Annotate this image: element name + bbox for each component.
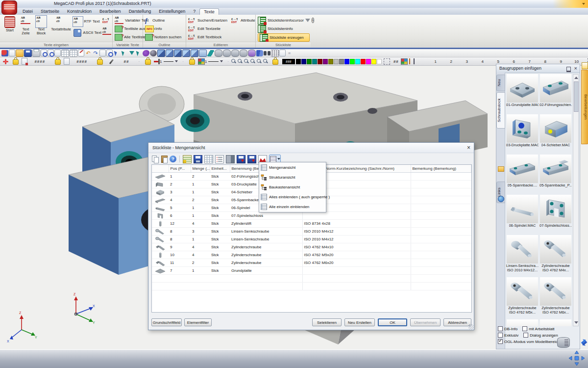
menu-einstellungen[interactable]: Einstellungen <box>155 8 189 15</box>
tab-bearbeitungen[interactable]: Bearbeitungen <box>581 70 588 144</box>
text-zeile-button[interactable]: Text Zeile <box>19 16 33 36</box>
solid2-icon[interactable] <box>166 50 173 57</box>
chevron-down-icon[interactable] <box>220 60 223 62</box>
group-value[interactable]: #### <box>76 59 87 64</box>
save-as-icon[interactable] <box>237 155 245 163</box>
info-one-icon[interactable] <box>312 18 314 23</box>
zoom-prev-icon[interactable] <box>257 59 262 64</box>
color-lock-icon[interactable] <box>272 59 278 65</box>
active-color-box[interactable]: ### <box>282 59 295 64</box>
layer-number[interactable]: 1 <box>428 59 443 64</box>
outline-button[interactable]: Outline <box>145 17 185 24</box>
pen-value[interactable]: ## <box>123 59 129 64</box>
checkbox-db-info[interactable]: DB-Info <box>498 326 517 331</box>
edit-textzeile-button[interactable]: Edit Textzeile <box>188 25 254 32</box>
redline-icon[interactable] <box>78 50 84 56</box>
swap-arrows-icon[interactable] <box>580 338 588 347</box>
solid5-icon[interactable] <box>191 50 198 57</box>
library-icon[interactable] <box>256 50 263 56</box>
list-icon[interactable] <box>215 155 224 163</box>
grundschriftfeld-button[interactable]: Grundschriftfeld <box>151 318 182 326</box>
macro-item[interactable]: 01-Grundplatte.MAC <box>506 74 539 114</box>
bars-icon[interactable] <box>409 58 415 64</box>
database3-icon[interactable] <box>231 50 239 57</box>
model-db-icon[interactable] <box>557 337 570 348</box>
stuecklisteninfocursor-button[interactable]: Stücklisteninfocursor <box>258 17 310 24</box>
col-icon[interactable] <box>152 165 169 173</box>
menu-item-baukastenansicht[interactable]: Baukastenansicht <box>259 182 326 192</box>
filter-icon[interactable] <box>305 19 310 22</box>
macro-item[interactable]: 05-Spannbacke_P... <box>539 155 572 195</box>
toolbar-overflow-icon[interactable]: = <box>288 51 291 55</box>
globe-icon[interactable] <box>498 196 504 202</box>
linewidth-value[interactable]: 1 <box>160 59 162 64</box>
menu-darstellung[interactable]: Darstellung <box>125 8 155 15</box>
preview-icon[interactable] <box>41 50 47 56</box>
sheet2-icon[interactable] <box>70 50 77 57</box>
color-swatch[interactable] <box>366 59 371 64</box>
menu-konstruktion[interactable]: Konstruktion <box>63 8 96 15</box>
group-lock-icon[interactable] <box>55 59 61 65</box>
edit-textblock-button[interactable]: Edit Textblock <box>188 33 254 41</box>
notes-doc-icon[interactable] <box>279 50 286 56</box>
render-icon[interactable] <box>143 50 149 56</box>
redo-icon[interactable]: ↷ <box>92 50 99 56</box>
chevron-down-icon[interactable] <box>175 60 178 62</box>
bearbeitungen-tab-icon[interactable] <box>582 62 588 69</box>
linetype-preview[interactable] <box>208 61 219 62</box>
database5-icon[interactable] <box>248 50 256 57</box>
start-button[interactable]: Start <box>2 16 18 36</box>
menu-item-alles-einblenden[interactable]: Alles einblenden ( auch gesperrte ) <box>259 192 326 202</box>
pick-icon[interactable] <box>135 50 142 56</box>
col-einheit[interactable]: Einheit... <box>210 165 230 173</box>
table-row[interactable]: 81Stck Linsen-SenkschraubeISO 2010 M4x12 <box>152 236 471 243</box>
tab-neu[interactable]: Neu <box>496 75 505 91</box>
open-file-icon[interactable] <box>16 50 24 57</box>
pen-icon[interactable] <box>109 59 114 64</box>
layer-number[interactable]: 2 <box>443 59 459 64</box>
info-button[interactable]: Info <box>145 25 185 32</box>
table-row[interactable]: 83Stck Linsen-SenkschraubeISO 2010 M4x12 <box>152 228 471 236</box>
menu-datei[interactable]: Datei <box>19 8 37 15</box>
scroll-down-icon[interactable] <box>574 321 578 324</box>
layer-number[interactable]: 5 <box>490 59 506 64</box>
layer-number[interactable]: 3 <box>459 59 475 64</box>
binoculars-icon[interactable] <box>264 50 270 56</box>
color-swatch[interactable] <box>296 59 301 64</box>
panel-header[interactable]: Baugruppen einfügen × <box>496 64 580 73</box>
menu-texte-active[interactable]: Texte <box>199 8 219 15</box>
macro-item[interactable]: Linsen-Senkschra... ISO 2010 M4x12... <box>506 235 539 277</box>
database-icon[interactable] <box>215 50 222 57</box>
copy-doc-icon[interactable] <box>99 50 106 56</box>
col-pos[interactable]: Pos (P... <box>169 165 191 173</box>
close-icon[interactable]: × <box>467 143 470 153</box>
color-swatch[interactable] <box>377 59 382 64</box>
snap-icon[interactable] <box>1 50 8 56</box>
copy-icon[interactable] <box>151 156 159 163</box>
layer-value[interactable]: #### <box>34 59 45 64</box>
solid3-icon[interactable] <box>174 50 182 57</box>
zoom-in-icon[interactable] <box>231 59 237 64</box>
stueckliste-erzeugen-button[interactable]: Stückliste erzeugen <box>258 33 310 42</box>
layer-doc-icon[interactable] <box>22 58 27 65</box>
macro-item[interactable]: Zylinderschraube ISO 4762 M4x... <box>539 235 572 277</box>
zoom-out-icon[interactable] <box>238 59 243 64</box>
sheet-icon[interactable] <box>61 50 69 57</box>
doc-pair-icon[interactable] <box>54 50 61 56</box>
col-menge[interactable]: Menge (... <box>191 165 210 173</box>
table-row[interactable]: 71Stck Grundplatte <box>152 267 471 275</box>
text-export-icon[interactable] <box>102 17 110 24</box>
menu-help[interactable]: ? <box>189 8 199 15</box>
table-icon[interactable] <box>204 155 213 163</box>
table-row[interactable]: 94Stck ZylinderschraubeISO 4762 M4x10 <box>152 243 471 251</box>
layer-number[interactable]: 8 <box>538 59 553 64</box>
table-row[interactable]: 124Stck ZylinderstiftISO 8734 4x28 <box>152 220 471 228</box>
checkbox-exklusiv[interactable]: Exklusiv <box>498 333 518 338</box>
solid4-icon[interactable] <box>182 50 190 57</box>
zoom-fit-icon[interactable] <box>250 59 256 64</box>
select-cursor-icon[interactable] <box>113 50 120 56</box>
macro-item[interactable]: 06-Spindel.MAC <box>506 195 539 235</box>
raster-icon[interactable] <box>271 50 279 57</box>
color-swatch[interactable] <box>350 59 355 64</box>
database2-icon[interactable] <box>223 50 231 57</box>
